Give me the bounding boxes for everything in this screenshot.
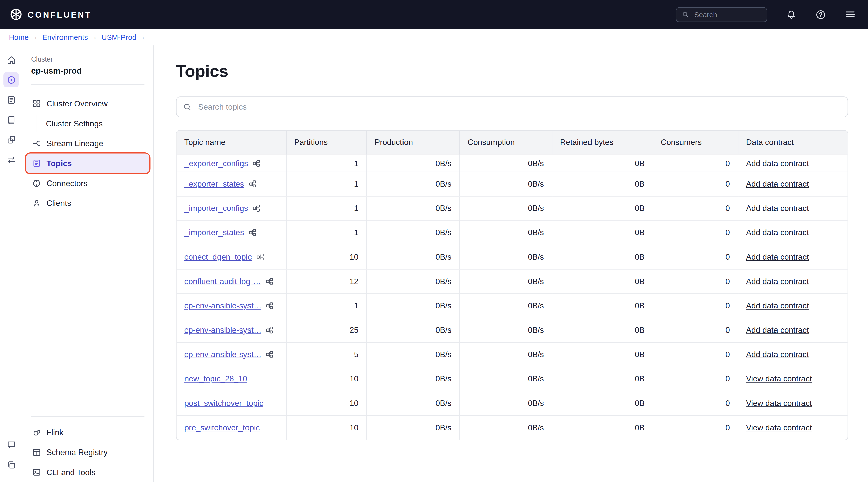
page-title: Topics <box>176 62 848 81</box>
data-contract-link[interactable]: View data contract <box>746 423 812 432</box>
topic-name-link[interactable]: cp-env-ansible-syst… <box>184 326 261 334</box>
topic-lineage-icon <box>252 204 260 212</box>
menu-button[interactable] <box>845 9 856 20</box>
sidebar-item-cluster-overview[interactable]: Cluster Overview <box>26 93 150 114</box>
topic-name-cell: cp-env-ansible-syst… <box>177 318 286 342</box>
partitions-cell: 1 <box>286 154 367 172</box>
table-row: cp-env-ansible-syst… 1 0B/s 0B/s 0B 0 Ad… <box>177 294 848 318</box>
topic-name-link[interactable]: new_topic_28_10 <box>184 374 247 383</box>
topic-lineage-icon <box>266 277 273 285</box>
topic-name-link[interactable]: _exporter_configs <box>184 158 248 168</box>
sidebar-item-stream-lineage[interactable]: Stream Lineage <box>26 133 150 153</box>
breadcrumb-home[interactable]: Home <box>9 33 29 41</box>
production-cell: 0B/s <box>367 196 460 220</box>
client-icon <box>32 199 41 208</box>
topic-name-link[interactable]: cp-env-ansible-syst… <box>184 301 261 310</box>
feedback-rail-button[interactable] <box>3 437 19 452</box>
column-header-production: Production <box>367 130 460 154</box>
topic-name-cell: conect_dgen_topic <box>177 245 286 269</box>
topic-name-link[interactable]: post_switchover_topic <box>184 398 263 408</box>
data-contract-link[interactable]: View data contract <box>746 398 812 408</box>
topic-lineage-icon <box>248 180 256 188</box>
bell-icon <box>786 9 797 20</box>
breadcrumb-environments[interactable]: Environments <box>42 33 88 41</box>
consumers-cell: 0 <box>653 391 738 416</box>
topic-name-link[interactable]: _exporter_states <box>184 180 244 188</box>
data-contract-cell: Add data contract <box>738 294 848 318</box>
topbar: CONFLUENT <box>0 0 868 29</box>
data-contract-cell: Add data contract <box>738 245 848 269</box>
topic-name-link[interactable]: pre_switchover_topic <box>184 423 259 432</box>
topic-name-link[interactable]: conect_dgen_topic <box>184 252 251 262</box>
production-cell: 0B/s <box>367 415 460 440</box>
data-contract-link[interactable]: Add data contract <box>746 326 809 334</box>
topic-name-link[interactable]: cp-env-ansible-syst… <box>184 350 261 359</box>
sidebar-item-label: Topics <box>46 159 72 168</box>
partitions-cell: 10 <box>286 415 367 440</box>
data-contract-link[interactable]: View data contract <box>746 374 812 383</box>
sidebar-item-schema-registry[interactable]: Schema Registry <box>26 443 150 462</box>
topic-name-link[interactable]: _importer_states <box>184 228 244 237</box>
topic-name-cell: _exporter_states <box>177 172 286 196</box>
topic-name-cell: _exporter_configs <box>177 154 286 172</box>
grid-icon <box>32 99 41 108</box>
breadcrumb-usm-prod[interactable]: USM-Prod <box>101 33 136 41</box>
table-row: _importer_states 1 0B/s 0B/s 0B 0 Add da… <box>177 220 848 245</box>
production-cell: 0B/s <box>367 366 460 391</box>
notifications-button[interactable] <box>786 9 797 20</box>
sidebar-item-cluster-settings[interactable]: Cluster Settings <box>26 114 150 133</box>
data-contract-cell: View data contract <box>738 415 848 440</box>
topics-search[interactable] <box>176 96 848 117</box>
sidebar-item-label: Stream Lineage <box>46 139 103 148</box>
retained-bytes-cell: 0B <box>552 415 653 440</box>
sidebar-item-clients[interactable]: Clients <box>26 193 150 213</box>
topic-name-link[interactable]: _importer_configs <box>184 204 248 212</box>
catalog-rail-button[interactable] <box>3 112 19 127</box>
sidebar-item-flink[interactable]: Flink <box>26 422 150 443</box>
stacked-boxes-icon <box>6 135 16 144</box>
table-row: post_switchover_topic 10 0B/s 0B/s 0B 0 … <box>177 391 848 416</box>
data-contract-link[interactable]: Add data contract <box>746 180 809 188</box>
data-contract-link[interactable]: Add data contract <box>746 252 809 262</box>
consumers-cell: 0 <box>653 415 738 440</box>
topbar-actions <box>676 7 868 22</box>
cluster-label: Cluster <box>22 53 154 65</box>
copy-rail-button[interactable] <box>3 457 19 473</box>
data-contract-link[interactable]: Add data contract <box>746 277 809 285</box>
notes-rail-button[interactable] <box>3 92 19 108</box>
topbar-search[interactable] <box>676 7 767 22</box>
data-contract-cell: View data contract <box>738 391 848 416</box>
topic-lineage-icon <box>266 326 274 334</box>
data-contract-link[interactable]: Add data contract <box>746 301 809 310</box>
brand[interactable]: CONFLUENT <box>0 8 92 21</box>
data-contract-link[interactable]: Add data contract <box>746 204 809 212</box>
sidebar-item-connectors[interactable]: Connectors <box>26 173 150 193</box>
retained-bytes-cell: 0B <box>552 318 653 342</box>
cluster-rail-button[interactable] <box>3 72 19 88</box>
data-contract-link[interactable]: Add data contract <box>746 158 809 168</box>
transfers-rail-button[interactable] <box>3 152 19 168</box>
sidebar-item-topics[interactable]: Topics <box>26 153 150 173</box>
sidebar-item-cli-and-tools[interactable]: CLI and Tools <box>26 462 150 482</box>
consumers-cell: 0 <box>653 342 738 366</box>
retained-bytes-cell: 0B <box>552 154 653 172</box>
data-contract-link[interactable]: Add data contract <box>746 350 809 359</box>
consumption-cell: 0B/s <box>460 245 552 269</box>
topic-name-cell: new_topic_28_10 <box>177 366 286 391</box>
topic-lineage-icon <box>266 302 274 309</box>
topbar-search-input[interactable] <box>693 9 761 19</box>
data-contract-link[interactable]: Add data contract <box>746 228 809 237</box>
home-rail-button[interactable] <box>3 52 19 67</box>
retained-bytes-cell: 0B <box>552 196 653 220</box>
partitions-cell: 25 <box>286 318 367 342</box>
consumption-cell: 0B/s <box>460 154 552 172</box>
data-portal-rail-button[interactable] <box>3 132 19 148</box>
help-button[interactable] <box>815 9 826 20</box>
topic-name-link[interactable]: confluent-audit-log-… <box>184 277 261 285</box>
consumption-cell: 0B/s <box>460 269 552 294</box>
consumption-cell: 0B/s <box>460 172 552 196</box>
topics-search-input[interactable] <box>197 102 841 112</box>
flink-icon <box>32 428 41 437</box>
sidebar-item-label: Cluster Overview <box>46 99 107 108</box>
topic-lineage-icon <box>256 253 264 261</box>
